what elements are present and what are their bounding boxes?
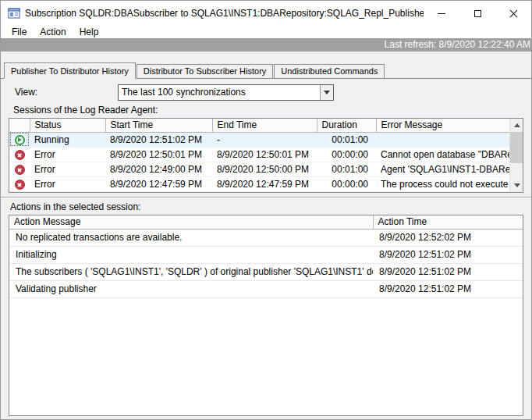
maximize-button[interactable] xyxy=(459,1,495,26)
column-header-start-time[interactable]: Start Time xyxy=(105,119,212,132)
session-start-time: 8/9/2020 12:51:02 PM xyxy=(105,132,212,147)
session-row[interactable]: Running 8/9/2020 12:51:02 PM - 00:01:00 xyxy=(9,132,511,147)
column-header-end-time[interactable]: End Time xyxy=(212,119,317,132)
chevron-up-icon xyxy=(514,123,520,127)
action-row[interactable]: Initializing 8/9/2020 12:51:02 PM xyxy=(9,246,523,263)
sessions-table: Status Start Time End Time Duration Erro… xyxy=(9,118,523,193)
window-title: Subscription SQLDR:DBASubscriber to SQLA… xyxy=(25,8,424,19)
actions-table: Action Message Action Time No replicated… xyxy=(9,215,523,416)
close-icon xyxy=(509,9,519,19)
actions-label: Actions in the selected session: xyxy=(10,201,531,212)
action-message: The subscribers ( 'SQLAG1\INST1', 'SQLDR… xyxy=(9,263,373,280)
sessions-label: Sessions of the Log Reader Agent: xyxy=(13,105,531,116)
error-icon xyxy=(15,180,25,190)
view-dropdown-value: The last 100 synchronizations xyxy=(119,85,320,100)
session-status: Running xyxy=(30,132,105,147)
session-row[interactable]: Error 8/9/2020 12:49:00 PM 8/9/2020 12:5… xyxy=(9,162,511,176)
action-time: 8/9/2020 12:51:02 PM xyxy=(373,263,523,280)
title-bar: Subscription SQLDR:DBASubscriber to SQLA… xyxy=(1,1,531,26)
session-duration: 00:00:00 xyxy=(317,176,376,191)
session-status: Error xyxy=(30,162,105,176)
session-end-time: 8/9/2020 12:50:01 PM xyxy=(212,147,317,162)
last-refresh-text: Last refresh: 8/9/2020 12:22:40 AM xyxy=(385,39,530,50)
action-time: 8/9/2020 12:51:02 PM xyxy=(373,246,523,263)
session-duration: 00:01:00 xyxy=(317,162,376,176)
tab[interactable]: Distributor To Subscriber History xyxy=(137,64,274,78)
session-error-message xyxy=(376,132,511,147)
session-row[interactable]: Error 8/9/2020 12:50:01 PM 8/9/2020 12:5… xyxy=(9,147,511,162)
action-row[interactable]: Validating publisher 8/9/2020 12:51:02 P… xyxy=(9,280,523,297)
session-row[interactable]: Error 8/9/2020 12:47:59 PM 8/9/2020 12:4… xyxy=(9,176,511,191)
column-header-action-message[interactable]: Action Message xyxy=(9,215,373,229)
dropdown-button[interactable] xyxy=(320,85,333,100)
tab[interactable]: Undistributed Commands xyxy=(274,64,385,78)
column-header-duration[interactable]: Duration xyxy=(317,119,376,132)
menu-bar: FileActionHelp xyxy=(1,26,531,38)
session-end-time: 8/9/2020 12:50:00 PM xyxy=(212,162,317,176)
view-label: View: xyxy=(15,87,37,98)
column-header-error-message[interactable]: Error Message xyxy=(376,119,511,132)
menu-item[interactable]: File xyxy=(7,26,31,38)
action-row[interactable]: No replicated transactions are available… xyxy=(9,229,523,246)
column-header-status[interactable]: Status xyxy=(30,119,105,132)
window-icon xyxy=(8,7,20,20)
last-refresh-bar: Last refresh: 8/9/2020 12:22:40 AM xyxy=(1,38,531,52)
subscription-window: Subscription SQLDR:DBASubscriber to SQLA… xyxy=(0,0,532,420)
minimize-icon xyxy=(438,13,445,14)
error-icon xyxy=(15,165,25,175)
action-message: No replicated transactions are available… xyxy=(9,229,373,246)
scrollbar-thumb[interactable] xyxy=(510,132,523,163)
section-divider xyxy=(1,197,531,198)
session-error-message: Cannot open database "DBARe... xyxy=(376,147,511,162)
session-end-time: - xyxy=(212,132,317,147)
session-start-time: 8/9/2020 12:49:00 PM xyxy=(105,162,212,176)
view-dropdown[interactable]: The last 100 synchronizations xyxy=(118,84,334,101)
action-message: Initializing xyxy=(9,246,373,263)
tab[interactable]: Publisher To Distributor History xyxy=(4,62,136,79)
tab-strip: Publisher To Distributor HistoryDistribu… xyxy=(1,62,531,79)
column-header-icon[interactable] xyxy=(9,119,30,132)
session-error-message: The process could not execute '... xyxy=(376,176,511,191)
vertical-scrollbar[interactable] xyxy=(509,119,523,192)
column-header-action-time[interactable]: Action Time xyxy=(373,215,523,229)
close-button[interactable] xyxy=(495,1,531,26)
running-icon xyxy=(15,135,25,145)
action-row[interactable]: The subscribers ( 'SQLAG1\INST1', 'SQLDR… xyxy=(9,263,523,280)
error-icon xyxy=(15,150,25,160)
view-row: View: The last 100 synchronizations xyxy=(1,84,531,101)
session-start-time: 8/9/2020 12:47:59 PM xyxy=(105,176,212,191)
session-error-message: Agent 'SQLAG1\INST1-DBARep... xyxy=(376,162,511,176)
session-start-time: 8/9/2020 12:50:01 PM xyxy=(105,147,212,162)
scroll-up-button[interactable] xyxy=(510,119,523,132)
caption-buttons xyxy=(424,1,531,26)
minimize-button[interactable] xyxy=(424,1,459,26)
action-message: Validating publisher xyxy=(9,280,373,297)
session-status: Error xyxy=(30,147,105,162)
session-end-time: 8/9/2020 12:47:59 PM xyxy=(212,176,317,191)
session-status: Error xyxy=(30,176,105,191)
action-time: 8/9/2020 12:52:02 PM xyxy=(373,229,523,246)
sessions-header-row: Status Start Time End Time Duration Erro… xyxy=(9,119,511,132)
actions-table-body: No replicated transactions are available… xyxy=(9,229,523,297)
maximize-icon xyxy=(474,10,481,17)
session-duration: 00:00:00 xyxy=(317,147,376,162)
menu-item[interactable]: Action xyxy=(35,26,70,38)
sessions-table-body: Running 8/9/2020 12:51:02 PM - 00:01:00 … xyxy=(9,132,511,191)
chevron-down-icon xyxy=(514,183,520,187)
action-time: 8/9/2020 12:51:02 PM xyxy=(373,280,523,297)
scroll-down-button[interactable] xyxy=(510,179,523,192)
chevron-down-icon xyxy=(324,91,330,94)
session-duration: 00:01:00 xyxy=(317,132,376,147)
actions-header-row: Action Message Action Time xyxy=(9,215,523,229)
menu-item[interactable]: Help xyxy=(75,26,104,38)
